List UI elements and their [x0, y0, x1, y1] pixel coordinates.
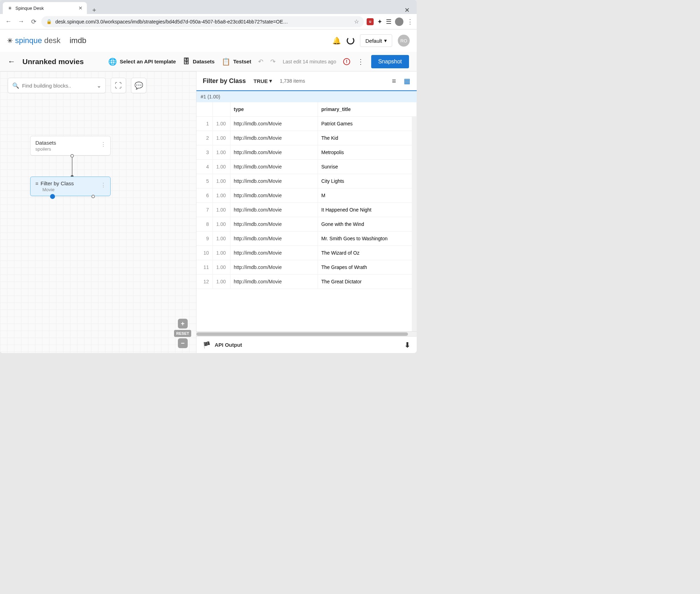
results-table-wrap[interactable]: type primary_title 11.00http://imdb.com/… — [196, 102, 417, 331]
row-title: M — [318, 188, 417, 203]
horizontal-scrollbar[interactable] — [196, 331, 417, 336]
row-title: Metropolis — [318, 145, 417, 160]
api-output-label: API Output — [215, 342, 242, 348]
download-icon[interactable]: ⬇ — [404, 341, 410, 349]
profile-avatar[interactable] — [395, 18, 403, 26]
table-row[interactable]: 71.00http://imdb.com/MovieIt Happened On… — [196, 203, 417, 217]
extensions-icon[interactable]: ✦ — [377, 18, 382, 26]
results-title: Filter by Class — [203, 77, 246, 85]
table-row[interactable]: 41.00http://imdb.com/MovieSunrise — [196, 160, 417, 174]
table-row[interactable]: 61.00http://imdb.com/MovieM — [196, 188, 417, 203]
adblock-icon[interactable]: u — [367, 18, 374, 25]
row-title: The Great Dictator — [318, 275, 417, 289]
row-title: Sunrise — [318, 160, 417, 174]
row-title: It Happened One Night — [318, 203, 417, 217]
row-type: http://imdb.com/Movie — [230, 275, 318, 289]
table-row[interactable]: 101.00http://imdb.com/MovieThe Wizard of… — [196, 246, 417, 260]
window-close-button[interactable]: ✕ — [404, 6, 410, 14]
view-grid-icon[interactable]: ▦ — [404, 77, 410, 85]
warning-icon[interactable]: ! — [343, 58, 350, 65]
row-type: http://imdb.com/Movie — [230, 260, 318, 275]
zoom-in-button[interactable]: + — [178, 319, 188, 329]
filter-icon[interactable]: ≡ — [392, 77, 396, 85]
row-score: 1.00 — [213, 232, 230, 246]
environment-dropdown[interactable]: Default ▾ — [360, 34, 392, 47]
row-index: 2 — [196, 131, 213, 145]
row-title: Gone with the Wind — [318, 217, 417, 232]
datasets-button[interactable]: 🗄 Datasets — [183, 57, 215, 65]
close-tab-icon[interactable]: ✕ — [78, 5, 83, 11]
forward-button[interactable]: → — [16, 17, 26, 27]
row-type: http://imdb.com/Movie — [230, 131, 318, 145]
row-score: 1.00 — [213, 275, 230, 289]
vertical-scrollbar[interactable] — [412, 102, 417, 331]
table-row[interactable]: 11.00http://imdb.com/MoviePatriot Games — [196, 117, 417, 131]
zoom-out-button[interactable]: − — [178, 338, 188, 348]
row-type: http://imdb.com/Movie — [230, 188, 318, 203]
node-menu-icon[interactable]: ⋮ — [101, 182, 106, 188]
reading-list-icon[interactable]: ☰ — [386, 18, 391, 26]
comments-button[interactable]: 💬 — [131, 78, 146, 93]
database-icon: 🗄 — [183, 57, 190, 65]
node-output-port-secondary[interactable] — [91, 195, 95, 198]
browser-tab[interactable]: ✳ Spinque Desk ✕ — [3, 2, 87, 14]
canvas-area[interactable]: 🔍 ⌄ ⛶ 💬 Datasets spoilers ⋮ ≡ Filter by … — [0, 71, 196, 353]
notifications-bell-icon[interactable]: 🔔 — [332, 36, 341, 45]
node-datasets[interactable]: Datasets spoilers ⋮ — [30, 136, 111, 156]
row-type: http://imdb.com/Movie — [230, 174, 318, 188]
chrome-menu-icon[interactable]: ⋮ — [407, 18, 413, 26]
back-arrow-button[interactable]: ← — [8, 57, 15, 66]
table-row[interactable]: 51.00http://imdb.com/MovieCity Lights — [196, 174, 417, 188]
loading-spinner-icon — [347, 37, 354, 44]
back-button[interactable]: ← — [4, 17, 13, 27]
results-table: type primary_title 11.00http://imdb.com/… — [196, 102, 417, 289]
snapshot-button[interactable]: Snapshot — [371, 55, 409, 68]
new-tab-button[interactable]: ＋ — [91, 6, 97, 14]
bookmark-star-icon[interactable]: ☆ — [354, 18, 359, 25]
row-score: 1.00 — [213, 117, 230, 131]
chevron-down-icon[interactable]: ⌄ — [97, 82, 101, 89]
row-index: 1 — [196, 117, 213, 131]
row-index: 9 — [196, 232, 213, 246]
table-row[interactable]: 81.00http://imdb.com/MovieGone with the … — [196, 217, 417, 232]
node-menu-icon[interactable]: ⋮ — [101, 141, 106, 148]
redo-button[interactable]: ↷ — [270, 58, 276, 65]
results-mode-label: TRUE — [254, 78, 268, 84]
user-avatar[interactable]: RO — [398, 35, 410, 47]
node-filter-by-class[interactable]: ≡ Filter by Class Movie ⋮ — [30, 177, 111, 196]
logo-mark-icon: ✳ — [7, 36, 13, 45]
row-title: City Lights — [318, 174, 417, 188]
undo-button[interactable]: ↶ — [258, 58, 263, 65]
row-type: http://imdb.com/Movie — [230, 246, 318, 260]
table-row[interactable]: 31.00http://imdb.com/MovieMetropolis — [196, 145, 417, 160]
lock-icon: 🔒 — [46, 19, 52, 24]
node-datasets-sub: spoilers — [35, 146, 105, 152]
fullscreen-button[interactable]: ⛶ — [111, 78, 126, 93]
api-output-panel[interactable]: 🏴 API Output ⬇ — [196, 336, 417, 353]
testset-button[interactable]: 📋 Testset — [222, 57, 251, 66]
row-title: Mr. Smith Goes to Washington — [318, 232, 417, 246]
search-icon: 🔍 — [12, 82, 19, 89]
node-output-port-primary[interactable] — [50, 194, 55, 199]
app-logo[interactable]: ✳ spinque desk — [7, 36, 61, 45]
row-index: 3 — [196, 145, 213, 160]
address-bar[interactable]: 🔒 desk.spinque.com/3.0/workspaces/imdb/s… — [41, 16, 364, 27]
table-row[interactable]: 21.00http://imdb.com/MovieThe Kid — [196, 131, 417, 145]
zoom-reset-button[interactable]: RESET — [174, 330, 191, 337]
chevron-down-icon: ▾ — [269, 78, 272, 84]
building-blocks-search[interactable]: 🔍 ⌄ — [8, 78, 106, 93]
api-template-button[interactable]: 🌐 Select an API template — [108, 57, 176, 66]
table-row[interactable]: 121.00http://imdb.com/MovieThe Great Dic… — [196, 275, 417, 289]
row-title: The Kid — [318, 131, 417, 145]
search-input[interactable] — [22, 83, 94, 89]
results-mode-dropdown[interactable]: TRUE ▾ — [254, 78, 272, 84]
row-score: 1.00 — [213, 174, 230, 188]
more-menu-icon[interactable]: ⋮ — [357, 57, 364, 66]
row-type: http://imdb.com/Movie — [230, 232, 318, 246]
row-title: Patriot Games — [318, 117, 417, 131]
flag-icon: 🏴 — [203, 341, 210, 349]
reload-button[interactable]: ⟳ — [29, 17, 39, 27]
table-row[interactable]: 91.00http://imdb.com/MovieMr. Smith Goes… — [196, 232, 417, 246]
filter-icon: ≡ — [35, 180, 39, 186]
table-row[interactable]: 111.00http://imdb.com/MovieThe Grapes of… — [196, 260, 417, 275]
